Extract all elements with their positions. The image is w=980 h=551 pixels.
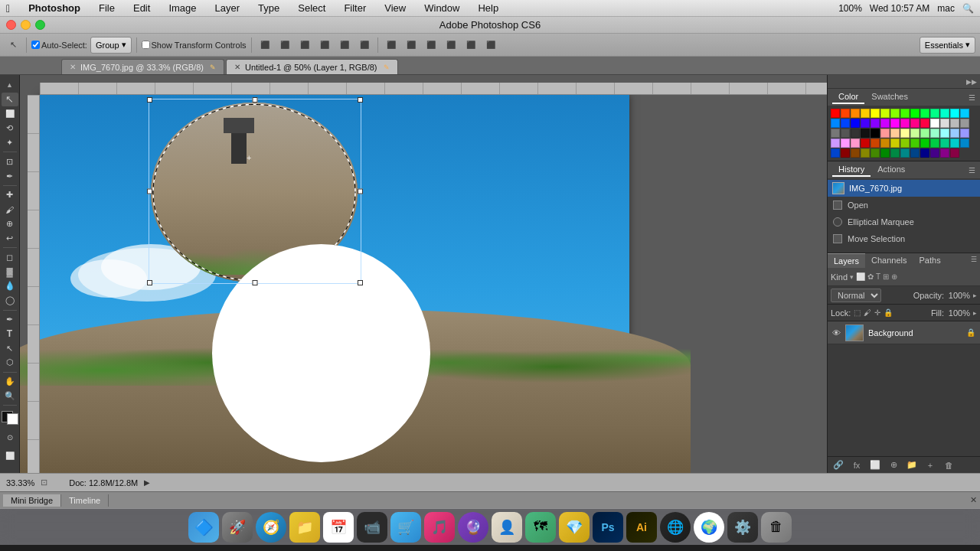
color-swatch[interactable]: [2, 411, 18, 425]
color-swatch-item[interactable]: [890, 148, 900, 158]
menu-photoshop[interactable]: Photoshop: [25, 2, 83, 14]
add-style-btn[interactable]: fx: [849, 458, 864, 472]
color-swatch-item[interactable]: [890, 119, 900, 128]
panel-menu-icon[interactable]: ☰: [969, 93, 975, 102]
dock-finder2[interactable]: 📁: [289, 512, 320, 543]
color-swatch-item[interactable]: [930, 109, 939, 118]
color-swatch-item[interactable]: [910, 129, 920, 138]
menu-file[interactable]: File: [96, 2, 118, 14]
minimize-button[interactable]: [21, 20, 31, 30]
color-swatch-item[interactable]: [861, 109, 870, 118]
dock-illustrator[interactable]: Ai: [626, 512, 657, 543]
color-swatch-item[interactable]: [831, 129, 840, 138]
color-swatch-item[interactable]: [890, 139, 900, 148]
menu-filter[interactable]: Filter: [341, 2, 369, 14]
layer-visibility-icon[interactable]: 👁: [832, 328, 841, 337]
dock-siri[interactable]: 🔮: [458, 512, 488, 543]
move-tool-btn[interactable]: ↖: [5, 37, 21, 54]
color-swatch-item[interactable]: [950, 129, 959, 138]
align-center-v-icon[interactable]: ⬛: [336, 37, 353, 54]
history-menu-icon[interactable]: ☰: [969, 166, 975, 174]
tab-img7670[interactable]: ✕ IMG_7670.jpg @ 33.3% (RGB/8) ✎: [61, 59, 224, 74]
dock-finder[interactable]: 🔷: [188, 512, 219, 543]
new-group-btn[interactable]: 📁: [904, 458, 920, 472]
tab-history[interactable]: History: [832, 163, 871, 177]
color-swatch-item[interactable]: [880, 109, 890, 118]
lock-all-icon[interactable]: 🔒: [884, 308, 893, 317]
color-swatch-item[interactable]: [900, 129, 910, 138]
color-swatch-item[interactable]: [950, 109, 959, 118]
canvas-image[interactable]: @keyframes marchingAnts { to { stroke-da…: [40, 95, 629, 473]
color-swatch-item[interactable]: [851, 119, 860, 128]
color-swatch-item[interactable]: [940, 148, 949, 158]
type-tool[interactable]: T: [2, 327, 18, 341]
dock-maps[interactable]: 🗺: [525, 512, 556, 543]
distribute-top-icon[interactable]: ⬛: [443, 37, 459, 54]
dock-facetime[interactable]: 📹: [357, 512, 387, 543]
filter-icon-3[interactable]: T: [876, 272, 880, 281]
dock-trash[interactable]: 🗑: [761, 512, 792, 543]
maximize-button[interactable]: [35, 20, 45, 30]
collapse-icon-top[interactable]: ▶▶: [966, 78, 977, 86]
dock-contacts[interactable]: 👤: [492, 512, 522, 543]
color-swatch-item[interactable]: [920, 129, 929, 138]
color-swatch-item[interactable]: [880, 148, 890, 158]
dodge-tool[interactable]: ◯: [2, 294, 18, 308]
layers-panel-menu-icon[interactable]: ☰: [968, 253, 980, 268]
lock-paint-icon[interactable]: 🖌: [864, 308, 871, 317]
history-item-1[interactable]: Open: [828, 197, 980, 214]
color-swatch-item[interactable]: [831, 139, 840, 148]
auto-select-checkbox[interactable]: [31, 41, 40, 49]
color-swatch-item[interactable]: [940, 109, 949, 118]
filter-icon-2[interactable]: ✿: [867, 272, 874, 281]
color-swatch-item[interactable]: [950, 119, 959, 128]
color-swatch-item[interactable]: [851, 109, 860, 118]
color-swatch-item[interactable]: [880, 119, 890, 128]
transform-controls-checkbox[interactable]: [142, 41, 150, 49]
hand-tool[interactable]: ✋: [2, 375, 18, 389]
collapse-tools-top[interactable]: ▲: [2, 78, 18, 92]
color-swatch-item[interactable]: [841, 129, 850, 138]
menu-select[interactable]: Select: [295, 2, 328, 14]
dock-appstore[interactable]: 🛒: [390, 512, 421, 543]
color-panel-header[interactable]: Color Swatches ☰: [828, 89, 980, 106]
color-swatch-item[interactable]: [900, 139, 910, 148]
align-center-h-icon[interactable]: ⬛: [276, 37, 293, 54]
workspace-dropdown[interactable]: Essentials ▾: [920, 37, 975, 54]
blur-tool[interactable]: 💧: [2, 279, 18, 293]
add-mask-btn[interactable]: ⬜: [867, 458, 883, 472]
color-swatch-item[interactable]: [920, 139, 929, 148]
color-swatch-item[interactable]: [930, 148, 939, 158]
blend-mode-select[interactable]: Normal: [831, 289, 881, 302]
color-swatch-item[interactable]: [900, 119, 910, 128]
distribute-right-icon[interactable]: ⬛: [423, 37, 439, 54]
shape-tool[interactable]: ⬡: [2, 356, 18, 370]
move-tool[interactable]: ↖: [2, 93, 18, 106]
dock-music[interactable]: 🎵: [424, 512, 455, 543]
opacity-value[interactable]: 100%: [947, 291, 970, 300]
align-bottom-icon[interactable]: ⬛: [356, 37, 373, 54]
color-swatch-item[interactable]: [871, 148, 880, 158]
color-swatch-item[interactable]: [960, 129, 969, 138]
screen-mode-btn[interactable]: ⬜: [2, 447, 18, 464]
color-swatch-item[interactable]: [930, 129, 939, 138]
bottom-panel-close-btn[interactable]: ✕: [970, 495, 977, 505]
link-layers-btn[interactable]: 🔗: [831, 458, 846, 472]
opacity-stepper[interactable]: ▸: [973, 292, 977, 299]
dock-chrome[interactable]: 🌍: [694, 512, 724, 543]
color-swatch-item[interactable]: [841, 148, 850, 158]
menu-edit[interactable]: Edit: [130, 2, 153, 14]
lock-transparent-icon[interactable]: ⬚: [854, 308, 861, 317]
tab-actions[interactable]: Actions: [871, 163, 911, 177]
color-swatch-item[interactable]: [930, 139, 939, 148]
color-swatch-item[interactable]: [960, 119, 969, 128]
color-swatch-item[interactable]: [841, 119, 850, 128]
color-swatch-item[interactable]: [880, 139, 890, 148]
color-swatch-item[interactable]: [960, 109, 969, 118]
history-panel-header[interactable]: History Actions ☰: [828, 161, 980, 178]
align-top-icon[interactable]: ⬛: [316, 37, 333, 54]
search-icon[interactable]: 🔍: [962, 3, 974, 14]
close-button[interactable]: [6, 20, 16, 30]
zoom-level[interactable]: 33.33%: [6, 478, 34, 487]
menu-help[interactable]: Help: [475, 2, 501, 14]
